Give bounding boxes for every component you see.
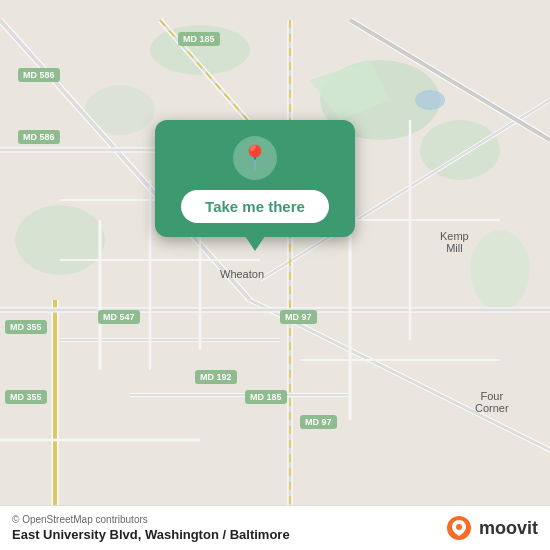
- svg-point-8: [415, 90, 445, 110]
- road-badge-md586-left: MD 586: [18, 68, 60, 82]
- moovit-brand-text: moovit: [479, 518, 538, 539]
- svg-point-6: [15, 205, 105, 275]
- bottom-left-info: © OpenStreetMap contributors East Univer…: [12, 514, 290, 542]
- road-badge-md355-bot: MD 355: [5, 390, 47, 404]
- pin-icon-wrapper: 📍: [233, 136, 277, 180]
- take-me-there-button[interactable]: Take me there: [181, 190, 329, 223]
- svg-point-7: [470, 230, 530, 310]
- moovit-pin-icon: [445, 514, 473, 542]
- bottom-bar: © OpenStreetMap contributors East Univer…: [0, 505, 550, 550]
- road-badge-md192: MD 192: [195, 370, 237, 384]
- road-badge-md586-mid: MD 586: [18, 130, 60, 144]
- road-badge-md185-top: MD 185: [178, 32, 220, 46]
- area-label-fourcorners: FourCorner: [475, 390, 509, 414]
- svg-point-44: [456, 524, 462, 530]
- pin-icon: 📍: [240, 144, 270, 172]
- map-roads: [0, 0, 550, 550]
- road-badge-md355-top: MD 355: [5, 320, 47, 334]
- location-name: East University Blvd, Washington / Balti…: [12, 527, 290, 542]
- copyright-text: © OpenStreetMap contributors: [12, 514, 290, 525]
- road-badge-md97-bot: MD 97: [300, 415, 337, 429]
- map-container: MD 185 MD 586 MD 586 MD 547 MD 97 MD 192…: [0, 0, 550, 550]
- svg-rect-0: [0, 20, 550, 530]
- location-popup: 📍 Take me there: [155, 120, 355, 237]
- road-badge-md97-mid: MD 97: [280, 310, 317, 324]
- road-badge-md547: MD 547: [98, 310, 140, 324]
- road-badge-md185-bot: MD 185: [245, 390, 287, 404]
- area-label-wheaton: Wheaton: [220, 268, 264, 280]
- moovit-logo: moovit: [445, 514, 538, 542]
- area-label-kempmil: KempMill: [440, 230, 469, 254]
